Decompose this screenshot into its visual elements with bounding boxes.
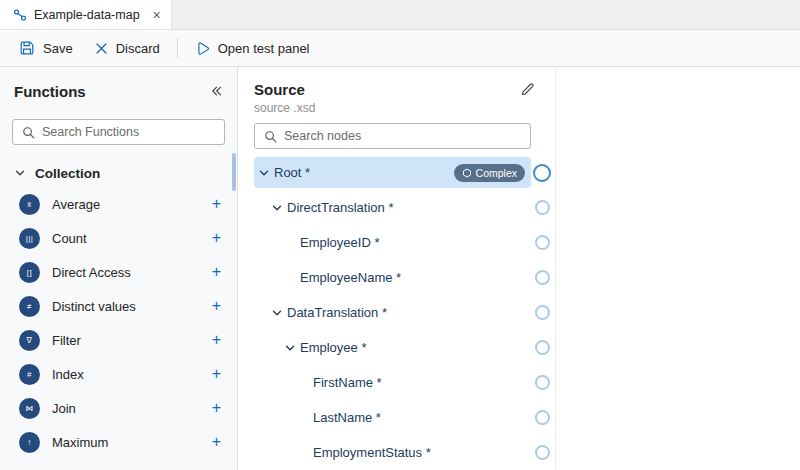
chevron-down-icon[interactable] [258,167,270,179]
nodes-search-input[interactable] [284,129,521,143]
source-subtitle: source .xsd [238,99,555,115]
function-label: Index [52,367,200,382]
play-icon [195,41,210,56]
group-header-collection[interactable]: Collection [0,163,237,183]
connector-circle[interactable] [535,200,550,215]
tree-node-employee[interactable]: Employee * [238,330,555,365]
function-label: Maximum [52,435,200,450]
toolbar: Save Discard Open test panel [0,30,800,67]
tree-node-employeeid[interactable]: EmployeeID * [238,225,555,260]
add-function-button[interactable]: + [212,298,221,314]
datamap-icon [13,8,27,22]
function-item-average[interactable]: x̄Average+ [0,187,237,221]
complex-type-icon [462,168,472,178]
add-function-button[interactable]: + [212,196,221,212]
functions-search[interactable] [12,119,225,145]
join-icon: ⋈ [19,398,40,419]
function-label: Filter [52,333,200,348]
connector-circle[interactable] [533,164,551,182]
maximum-icon: ↑ [19,432,40,453]
save-label: Save [43,41,73,56]
connector-circle[interactable] [535,375,550,390]
connector-circle[interactable] [535,340,550,355]
tree-node-lastname[interactable]: LastName * [238,400,555,435]
save-button[interactable]: Save [8,34,84,62]
chevron-down-icon[interactable] [271,202,283,214]
functions-search-input[interactable] [42,125,215,139]
chevron-down-icon[interactable] [284,342,296,354]
tab-example-data-map[interactable]: Example-data-map × [0,0,172,29]
filter-icon: ∇ [19,330,40,351]
function-list: x̄Average+|||Count+[]Direct Access+≠Dist… [0,187,237,459]
average-icon: x̄ [19,194,40,215]
search-icon [22,126,35,139]
function-item-index[interactable]: #Index+ [0,357,237,391]
function-item-filter[interactable]: ∇Filter+ [0,323,237,357]
discard-label: Discard [116,41,160,56]
tree-node-label: Employee * [300,340,366,355]
add-function-button[interactable]: + [212,366,221,382]
function-item-distinct-values[interactable]: ≠Distinct values+ [0,289,237,323]
complex-badge: Complex [454,164,525,182]
badge-label: Complex [476,167,517,179]
function-label: Join [52,401,200,416]
tree-node-datatranslation[interactable]: DataTranslation * [238,295,555,330]
discard-button[interactable]: Discard [84,35,171,62]
tab-close-icon[interactable]: × [153,8,161,22]
tree-node-label: FirstName * [313,375,382,390]
function-item-join[interactable]: ⋈Join+ [0,391,237,425]
direct-access-icon: [] [19,262,40,283]
connector-circle[interactable] [535,305,550,320]
connector-circle[interactable] [535,410,550,425]
chevron-down-icon[interactable] [271,307,283,319]
function-item-count[interactable]: |||Count+ [0,221,237,255]
add-function-button[interactable]: + [212,400,221,416]
pencil-icon[interactable] [520,82,535,97]
tree-node-label: LastName * [313,410,381,425]
dismiss-icon [95,42,108,55]
functions-scrollbar[interactable] [232,153,236,191]
add-function-button[interactable]: + [212,264,221,280]
tree-node-label: DataTranslation * [287,305,387,320]
distinct-values-icon: ≠ [19,296,40,317]
source-title: Source [254,81,305,98]
function-label: Distinct values [52,299,200,314]
source-tree: Root *ComplexDirectTranslation *Employee… [238,155,555,470]
tree-node-label: DirectTranslation * [287,200,393,215]
tree-node-employmentstatus[interactable]: EmploymentStatus * [238,435,555,470]
add-function-button[interactable]: + [212,332,221,348]
connector-circle[interactable] [535,445,550,460]
tab-title: Example-data-map [34,8,140,22]
search-icon [264,130,277,143]
tree-node-label: EmployeeID * [300,235,379,250]
main-area: Functions Collection [0,67,800,470]
save-icon [19,40,35,56]
tree-node-label: EmploymentStatus * [313,445,431,460]
tree-node-label: Root * [274,165,310,180]
function-item-direct-access[interactable]: []Direct Access+ [0,255,237,289]
double-chevron-left-icon[interactable] [209,84,223,98]
nodes-search[interactable] [254,123,531,149]
group-label: Collection [35,166,100,181]
toolbar-separator [177,38,178,58]
tab-bar: Example-data-map × [0,0,800,30]
tree-node-directtranslation[interactable]: DirectTranslation * [238,190,555,225]
source-panel: Source source .xsd Root *ComplexDirectTr… [238,67,556,470]
function-label: Average [52,197,200,212]
tree-node-root[interactable]: Root *Complex [238,155,555,190]
tree-node-label: EmployeeName * [300,270,401,285]
tree-node-firstname[interactable]: FirstName * [238,365,555,400]
add-function-button[interactable]: + [212,434,221,450]
function-label: Count [52,231,200,246]
map-canvas[interactable] [556,67,800,470]
function-item-maximum[interactable]: ↑Maximum+ [0,425,237,459]
function-label: Direct Access [52,265,200,280]
chevron-down-icon [14,167,26,179]
tree-node-employeename[interactable]: EmployeeName * [238,260,555,295]
connector-circle[interactable] [535,235,550,250]
add-function-button[interactable]: + [212,230,221,246]
open-test-panel-button[interactable]: Open test panel [184,35,321,62]
count-icon: ||| [19,228,40,249]
open-test-panel-label: Open test panel [218,41,310,56]
connector-circle[interactable] [535,270,550,285]
